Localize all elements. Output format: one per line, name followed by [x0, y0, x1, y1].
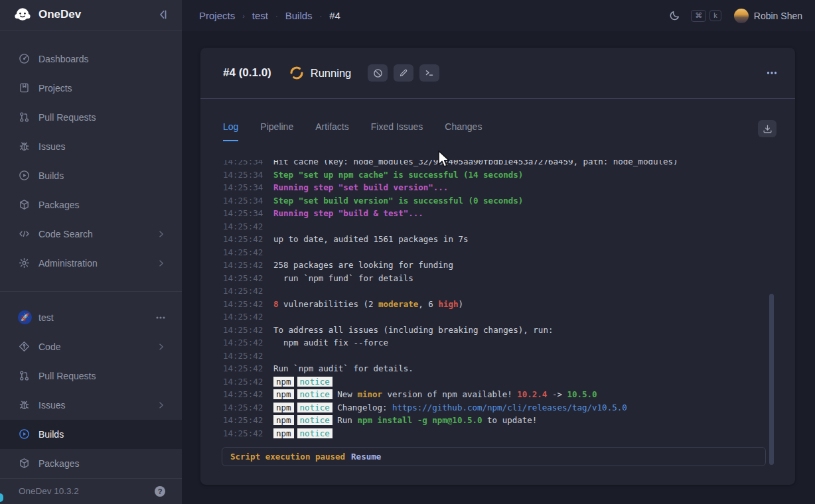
build-more-icon[interactable]	[766, 67, 778, 79]
log-timestamp: 14:25:42	[223, 298, 264, 311]
sidebar-main-nav: DashboardsProjectsPull RequestsIssuesBui…	[0, 31, 182, 278]
sidebar-item-packages[interactable]: Packages	[0, 190, 182, 220]
log-timestamp: 14:25:42	[223, 233, 264, 246]
tab-fixed-issues[interactable]: Fixed Issues	[371, 121, 423, 141]
sidebar-collapse-icon[interactable]	[157, 9, 169, 21]
log-line: 14:25:42 run `npm fund` for details	[223, 272, 766, 285]
log-timestamp: 14:25:34	[223, 181, 264, 194]
bug-icon	[19, 141, 30, 152]
log-line: 14:25:42	[223, 349, 766, 363]
gear-icon	[19, 257, 30, 269]
breadcrumb-separator: ·	[320, 12, 323, 20]
log-text: 8	[273, 299, 279, 309]
sidebar-item-builds[interactable]: Builds	[0, 420, 182, 449]
sidebar-item-dashboards[interactable]: Dashboards	[0, 44, 182, 74]
log-line: 14:25:42	[223, 310, 766, 324]
log-line: 14:25:428 vulnerabilities (2 moderate, 6…	[223, 298, 766, 311]
log-line: 14:25:34Hit cache (key: node_modules_32/…	[223, 160, 766, 168]
sidebar-item-label: Issues	[38, 400, 65, 410]
log-timestamp: 14:25:42	[223, 375, 264, 389]
tab-changes[interactable]: Changes	[445, 121, 482, 141]
sidebar-item-projects[interactable]: Projects	[0, 74, 182, 103]
sidebar-item-code[interactable]: Code	[0, 332, 182, 361]
build-status: Running	[311, 67, 351, 80]
onedev-logo-icon	[13, 5, 32, 24]
log-text: high	[438, 299, 458, 309]
cancel-build-button[interactable]	[368, 64, 388, 82]
sidebar-item-code-search[interactable]: Code Search	[0, 220, 182, 249]
download-log-button[interactable]	[758, 120, 777, 137]
user-avatar[interactable]	[734, 9, 749, 23]
breadcrumb: Projects›test·Builds·#4	[199, 10, 340, 21]
main-area: Projects›test·Builds·#4 ⌘ k Robin Shen #…	[182, 0, 815, 504]
log-line: 14:25:42	[223, 220, 766, 233]
sidebar-item-pull-requests[interactable]: Pull Requests	[0, 361, 182, 391]
log-line: 14:25:42up to date, audited 1561 package…	[223, 233, 766, 246]
breadcrumb-separator: ›	[242, 12, 245, 20]
topbar-right: ⌘ k Robin Shen	[669, 9, 802, 23]
log-timestamp: 14:25:34	[223, 168, 264, 182]
log-timestamp: 14:25:42	[223, 427, 264, 440]
project-more-icon[interactable]	[155, 312, 166, 323]
chevron-right-icon	[157, 342, 166, 351]
log-text: Running step "set build version"...	[273, 182, 448, 192]
user-name[interactable]: Robin Shen	[754, 11, 802, 21]
log-text: up to date, audited 1561 packages in 7s	[273, 234, 469, 244]
log-scrollbar-thumb[interactable]	[769, 294, 774, 465]
log-text: 258 packages are looking for funding	[273, 260, 453, 270]
log-line: 14:25:42	[223, 284, 766, 298]
log-line: 14:25:42npmnotice New minor version of n…	[223, 388, 766, 401]
help-icon[interactable]: ?	[154, 485, 166, 497]
code-icon	[19, 228, 30, 239]
topbar: Projects›test·Builds·#4 ⌘ k Robin Shen	[182, 0, 815, 31]
sidebar-item-issues[interactable]: Issues	[0, 132, 182, 161]
log-line: 14:25:42npmnotice	[223, 375, 766, 389]
sidebar-project-header[interactable]: 🚀 test	[0, 303, 182, 332]
breadcrumb-item-test[interactable]: test	[252, 10, 268, 21]
log-line: 14:25:42npmnotice	[223, 427, 766, 440]
log-text: Step "set build version" is successful (…	[273, 196, 523, 206]
sidebar-item-label: Pull Requests	[38, 112, 96, 123]
paused-banner: Script execution paused Resume	[222, 447, 766, 466]
resume-link[interactable]: Resume	[351, 452, 381, 462]
log-timestamp: 14:25:42	[223, 220, 264, 233]
log-timestamp: 14:25:42	[223, 414, 264, 427]
breadcrumb-item-projects[interactable]: Projects	[199, 10, 235, 21]
tab-log[interactable]: Log	[223, 121, 238, 141]
log-text: minor	[357, 389, 382, 399]
sidebar-footer: OneDev 10.3.2 ?	[0, 478, 182, 504]
breadcrumb-item-builds[interactable]: Builds	[285, 10, 313, 21]
terminal-button[interactable]	[419, 64, 439, 82]
dashboard-icon	[19, 53, 30, 64]
log-text: Hit cache (key: node_modules_32/9b2405aa…	[273, 160, 678, 166]
sidebar-item-pull-requests[interactable]: Pull Requests	[0, 103, 182, 132]
log-badge-npm: npm	[273, 428, 294, 438]
log-line: 14:25:34Step "set build version" is succ…	[223, 194, 766, 208]
shortcut-key-cmd[interactable]: ⌘	[691, 10, 706, 22]
project-avatar: 🚀	[18, 310, 32, 324]
shortcut-key-k[interactable]: k	[709, 10, 721, 21]
edit-build-button[interactable]	[394, 64, 413, 82]
log-text: 10.2.4	[517, 389, 547, 399]
log-timestamp: 14:25:42	[223, 324, 264, 337]
log-badge-npm: npm	[273, 403, 294, 412]
log-text: Run `npm audit` for details.	[273, 363, 413, 373]
log-text: To address all issues (including breakin…	[273, 325, 553, 335]
log-timestamp: 14:25:34	[223, 207, 264, 220]
log-timestamp: 14:25:34	[223, 160, 264, 168]
sidebar-item-issues[interactable]: Issues	[0, 391, 182, 420]
dark-mode-toggle-icon[interactable]	[669, 10, 680, 21]
log-timestamp: 14:25:42	[223, 349, 264, 363]
sidebar-item-administration[interactable]: Administration	[0, 249, 182, 278]
sidebar-item-packages[interactable]: Packages	[0, 449, 182, 478]
build-log[interactable]: 14:25:34Hit cache (key: node_modules_32/…	[223, 160, 766, 442]
sidebar-header: OneDev	[0, 0, 182, 31]
tab-artifacts[interactable]: Artifacts	[315, 121, 349, 141]
log-text: , 6	[418, 299, 438, 309]
build-title: #4 (0.1.0)	[223, 66, 271, 80]
sidebar-item-builds[interactable]: Builds	[0, 161, 182, 190]
package-icon	[19, 199, 30, 210]
tab-pipeline[interactable]: Pipeline	[260, 121, 293, 141]
project-name: test	[38, 312, 54, 323]
log-badge-npm: npm	[273, 415, 294, 425]
